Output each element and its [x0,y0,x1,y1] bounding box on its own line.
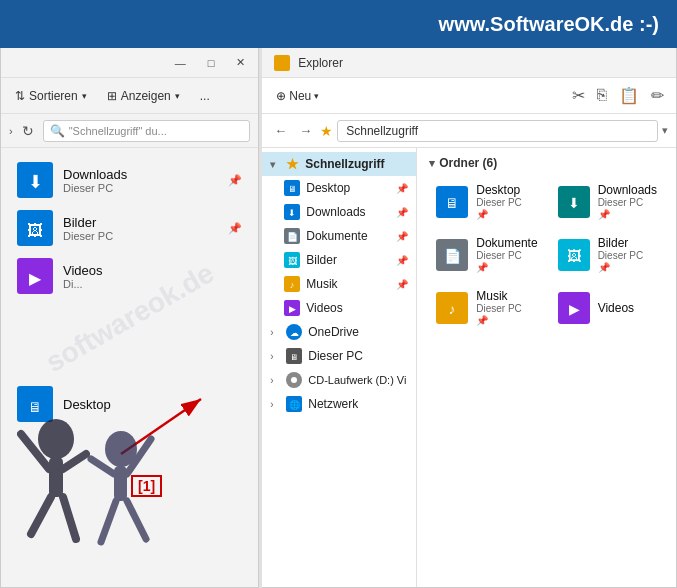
sidebar-item-netzwerk[interactable]: › 🌐 Netzwerk [262,392,416,416]
search-box[interactable]: 🔍 "Schnellzugriff" du... [43,120,251,142]
list-item[interactable]: ▶ Videos Di... [1,252,258,300]
right-toolbar: ⊕ Neu ▾ ✂ ⎘ 📋 ✏ [262,78,676,114]
bilder-name: Bilder [63,215,113,230]
pin-icon: 📌 [228,222,242,235]
rename-icon[interactable]: ✏ [647,84,668,107]
sidebar-item-bilder[interactable]: 🖼 Bilder 📌 [262,248,416,272]
onedrive-icon: ☁ [286,324,302,340]
pin-icon: 📌 [476,262,537,273]
dokumente-grid-info: Dokumente Dieser PC 📌 [476,236,537,273]
refresh-button[interactable]: ↻ [17,121,39,141]
sidebar-item-downloads[interactable]: ⬇ Downloads 📌 [262,200,416,224]
pc-icon: 🖥 [286,348,302,364]
maximize-button[interactable]: □ [203,55,220,71]
list-item[interactable]: ⬇ Downloads Dieser PC 📌 [1,156,258,204]
sort-button[interactable]: ⇅ Sortieren ▾ [9,86,93,106]
grid-item-dokumente[interactable]: 📄 Dokumente Dieser PC 📌 [429,231,544,278]
tree-panel: ▾ ★ Schnellzugriff 🖥 Desktop 📌 ⬇ Downloa… [262,148,417,587]
copy-icon[interactable]: ⎘ [593,84,611,107]
desktop-grid-name: Desktop [476,183,522,197]
address-path[interactable]: Schnellzugriff [337,120,658,142]
svg-text:⬇: ⬇ [288,208,296,218]
sidebar-item-videos[interactable]: ▶ Videos [262,296,416,320]
forward-button[interactable]: → [295,121,316,140]
plus-icon: ⊕ [276,89,286,103]
view-button[interactable]: ⊞ Anzeigen ▾ [101,86,186,106]
pin-indicator: 📌 [396,255,408,266]
sidebar-item-musik[interactable]: ♪ Musik 📌 [262,272,416,296]
grid-item-bilder[interactable]: 🖼 Bilder Dieser PC 📌 [551,231,664,278]
search-placeholder: "Schnellzugriff" du... [69,125,167,137]
address-down-icon: ▾ [662,124,668,137]
sidebar-item-dokumente[interactable]: 📄 Dokumente 📌 [262,224,416,248]
scissors-icon[interactable]: ✂ [568,84,589,107]
sidebar-item-onedrive[interactable]: › ☁ OneDrive [262,320,416,344]
top-banner: www.SoftwareOK.de :-) [0,0,677,48]
svg-text:📄: 📄 [287,231,299,243]
desktop-folder-icon: 🖥 [17,386,53,422]
bilder-grid-icon: 🖼 [558,239,590,271]
svg-text:📄: 📄 [444,248,462,265]
list-item[interactable]: 🖼 Bilder Dieser PC 📌 [1,204,258,252]
view-chevron-icon: ▾ [175,91,180,101]
left-titlebar: — □ ✕ [1,48,258,78]
videos-tree-icon: ▶ [284,300,300,316]
desktop-grid-sub: Dieser PC [476,197,522,208]
onedrive-label: OneDrive [308,325,359,339]
videos-folder-icon: ▶ [17,258,53,294]
search-icon: 🔍 [50,124,65,138]
star-icon: ★ [286,156,299,172]
bilder-folder-icon: 🖼 [17,210,53,246]
videos-grid-name: Videos [598,301,634,315]
videos-grid-info: Videos [598,301,634,315]
section-title: Ordner (6) [439,156,497,170]
dokumente-grid-icon: 📄 [436,239,468,271]
paste-icon[interactable]: 📋 [615,84,643,107]
annotation-label: [1] [131,475,162,497]
silhouette-space [1,300,258,380]
sidebar-item-desktop[interactable]: 🖥 Desktop 📌 [262,176,416,200]
grid-item-videos[interactable]: ▶ Videos [551,284,664,331]
address-chevron-icon: › [9,125,13,137]
sidebar-item-dieser-pc[interactable]: › 🖥 Dieser PC [262,344,416,368]
svg-text:♪: ♪ [449,301,456,317]
musik-tree-icon: ♪ [284,276,300,292]
svg-text:🖥: 🖥 [288,184,297,194]
svg-text:☁: ☁ [290,328,299,338]
quick-access-star-icon: ★ [320,123,333,139]
minimize-button[interactable]: — [170,55,191,71]
section-header: ▾ Ordner (6) [429,156,664,170]
bilder-grid-info: Bilder Dieser PC 📌 [598,236,644,273]
videos-file-info: Videos Di... [63,263,103,290]
list-item[interactable]: 🖥 Desktop [1,380,258,428]
sidebar-item-cd-laufwerk[interactable]: › CD-Laufwerk (D:) Vi [262,368,416,392]
downloads-sub: Dieser PC [63,182,127,194]
desktop-tree-label: Desktop [306,181,350,195]
svg-text:▶: ▶ [29,270,42,287]
close-button[interactable]: ✕ [231,54,250,71]
svg-text:▶: ▶ [568,301,579,317]
sidebar-item-schnellzugriff[interactable]: ▾ ★ Schnellzugriff [262,152,416,176]
right-folder-icon [274,55,290,71]
more-button[interactable]: ... [194,86,216,106]
musik-grid-name: Musik [476,289,522,303]
downloads-grid-name: Downloads [598,183,657,197]
pin-icon: 📌 [598,262,644,273]
svg-text:🖼: 🖼 [27,222,43,239]
more-label: ... [200,89,210,103]
right-window-title: Explorer [298,56,343,70]
desktop-grid-info: Desktop Dieser PC 📌 [476,183,522,220]
view-icon: ⊞ [107,89,117,103]
back-button[interactable]: ← [270,121,291,140]
desktop-name: Desktop [63,397,111,412]
left-file-list: ⬇ Downloads Dieser PC 📌 🖼 [1,148,258,587]
grid-item-desktop[interactable]: 🖥 Desktop Dieser PC 📌 [429,178,544,225]
grid-item-downloads[interactable]: ⬇ Downloads Dieser PC 📌 [551,178,664,225]
expand-icon: › [270,399,280,410]
grid-item-musik[interactable]: ♪ Musik Dieser PC 📌 [429,284,544,331]
svg-text:🖥: 🖥 [290,353,298,362]
new-button[interactable]: ⊕ Neu ▾ [270,86,325,106]
cd-label: CD-Laufwerk (D:) Vi [308,374,406,386]
pin-indicator: 📌 [396,207,408,218]
musik-grid-icon: ♪ [436,292,468,324]
